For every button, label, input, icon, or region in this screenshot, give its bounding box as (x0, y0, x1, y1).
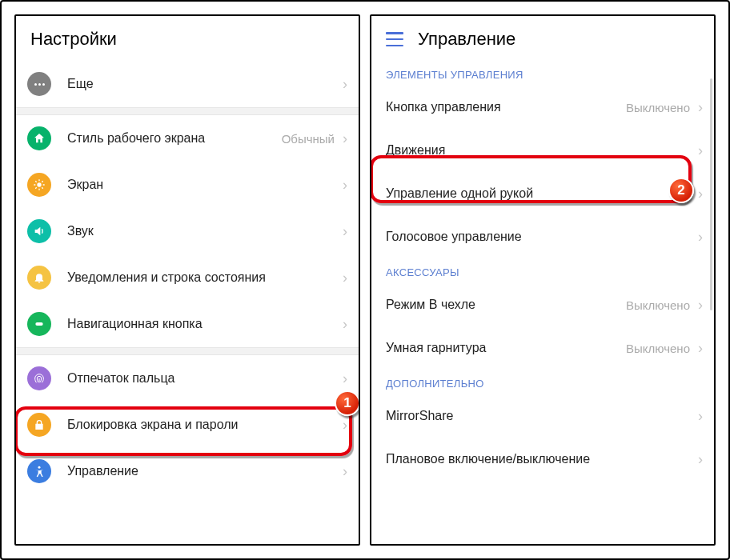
row-label: Голосовое управление (386, 230, 695, 244)
row-value: Выключено (626, 101, 690, 114)
row-scheduled-power[interactable]: Плановое включение/выключение › (371, 438, 714, 481)
fingerprint-icon (27, 366, 51, 390)
section-divider (16, 107, 359, 115)
svg-rect-1 (35, 322, 42, 326)
row-value: Обычный (282, 132, 335, 146)
page-title: Настройки (30, 29, 117, 50)
settings-list[interactable]: Еще › Стиль рабочего экрана Обычный › Эк… (16, 61, 359, 544)
home-style-icon (27, 126, 51, 150)
row-label: Кнопка управления (386, 100, 626, 114)
row-case-mode[interactable]: Режим В чехле Выключено › (371, 283, 714, 326)
row-home-style[interactable]: Стиль рабочего экрана Обычный › (16, 115, 359, 162)
settings-header: Настройки (16, 16, 359, 61)
chevron-right-icon: › (695, 186, 703, 201)
row-label: Управление (67, 464, 339, 478)
chevron-right-icon: › (695, 230, 703, 244)
row-label: Экран (67, 178, 339, 192)
menu-icon[interactable] (386, 32, 403, 46)
section-controls: ЭЛЕМЕНТЫ УПРАВЛЕНИЯ (371, 61, 714, 86)
row-label: Плановое включение/выключение (386, 452, 695, 466)
row-label: Режим В чехле (386, 298, 626, 312)
chevron-right-icon: › (695, 100, 703, 114)
more-icon (27, 72, 51, 96)
section-accessories: АКСЕССУАРЫ (371, 258, 714, 283)
row-fingerprint[interactable]: Отпечаток пальца › (16, 355, 359, 402)
navigation-icon (27, 312, 51, 336)
settings-screen: Настройки Еще › Стиль рабочего экрана Об… (14, 14, 360, 546)
row-value: Выключено (626, 298, 690, 312)
row-label: Звук (67, 224, 339, 238)
row-label: Умная гарнитура (386, 341, 626, 355)
row-more[interactable]: Еще › (16, 61, 359, 107)
lock-icon (27, 413, 51, 437)
chevron-right-icon: › (339, 371, 347, 386)
row-lock-screen[interactable]: Блокировка экрана и пароли › (16, 402, 359, 448)
chevron-right-icon: › (339, 178, 347, 192)
row-control-button[interactable]: Кнопка управления Выключено › (371, 86, 714, 129)
chevron-right-icon: › (695, 409, 703, 423)
chevron-right-icon: › (339, 270, 347, 285)
row-notifications[interactable]: Уведомления и строка состояния › (16, 254, 359, 301)
chevron-right-icon: › (695, 143, 703, 158)
row-label: Движения (386, 143, 695, 158)
row-voice-control[interactable]: Голосовое управление › (371, 215, 714, 258)
row-label: MirrorShare (386, 409, 695, 423)
accessibility-icon (27, 459, 51, 483)
row-label: Управление одной рукой (386, 186, 695, 201)
page-title: Управление (418, 29, 515, 50)
row-mirrorshare[interactable]: MirrorShare › (371, 394, 714, 438)
chevron-right-icon: › (339, 77, 347, 91)
row-label: Уведомления и строка состояния (67, 270, 339, 285)
section-advanced: ДОПОЛНИТЕЛЬНО (371, 370, 714, 394)
control-list[interactable]: ЭЛЕМЕНТЫ УПРАВЛЕНИЯ Кнопка управления Вы… (371, 61, 714, 544)
row-smart-headset[interactable]: Умная гарнитура Выключено › (371, 326, 714, 370)
chevron-right-icon: › (339, 224, 347, 238)
row-control[interactable]: Управление › (16, 448, 359, 494)
display-icon (27, 173, 51, 197)
svg-point-2 (38, 466, 41, 469)
scrollbar[interactable] (710, 78, 712, 310)
row-value: Выключено (626, 342, 690, 355)
svg-point-0 (37, 182, 41, 186)
chevron-right-icon: › (339, 131, 347, 146)
chevron-right-icon: › (339, 418, 347, 432)
row-label: Стиль рабочего экрана (67, 131, 282, 146)
chevron-right-icon: › (695, 452, 703, 466)
row-label: Блокировка экрана и пароли (67, 418, 339, 432)
row-label: Отпечаток пальца (67, 371, 339, 386)
sound-icon (27, 219, 51, 243)
row-navigation[interactable]: Навигационная кнопка › (16, 301, 359, 347)
row-label: Еще (67, 77, 339, 91)
control-header: Управление (371, 16, 714, 61)
chevron-right-icon: › (339, 317, 347, 331)
row-sound[interactable]: Звук › (16, 208, 359, 254)
section-divider (16, 347, 359, 355)
control-screen: Управление ЭЛЕМЕНТЫ УПРАВЛЕНИЯ Кнопка уп… (370, 14, 716, 546)
chevron-right-icon: › (339, 464, 347, 478)
row-one-hand[interactable]: Управление одной рукой › (371, 172, 714, 215)
notifications-icon (27, 266, 51, 290)
chevron-right-icon: › (695, 298, 703, 312)
row-label: Навигационная кнопка (67, 317, 339, 331)
chevron-right-icon: › (695, 341, 703, 355)
row-display[interactable]: Экран › (16, 162, 359, 208)
row-motions[interactable]: Движения › (371, 129, 714, 172)
